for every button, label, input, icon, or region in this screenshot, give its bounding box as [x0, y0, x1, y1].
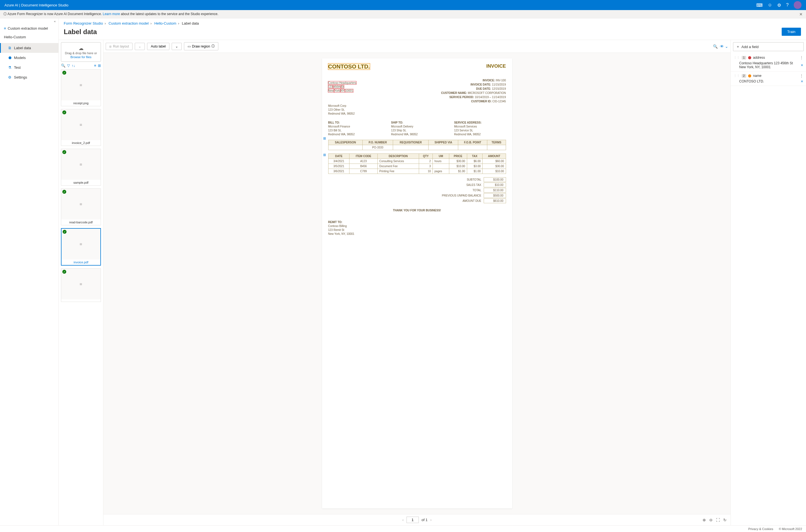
canvas-scroll[interactable]: INVOICE CONTOSO LTD. INVOICE: INV-100 IN…: [103, 53, 730, 514]
thumbnail-item[interactable]: ✓▤read-barcode.pdf: [61, 188, 101, 225]
train-button[interactable]: Train: [782, 28, 801, 36]
thumbnail-item[interactable]: ✓▤sample.pdf: [61, 149, 101, 186]
delete-icon[interactable]: ✕: [801, 80, 803, 83]
grid-view-icon[interactable]: ⊞: [98, 63, 101, 68]
thumbnail-item[interactable]: ✓▤receipt.png: [61, 69, 101, 106]
zoom-in-icon[interactable]: ⊕: [703, 518, 706, 522]
canvas-search-icon[interactable]: 🔍: [713, 44, 718, 49]
doc-company-name[interactable]: CONTOSO LTD.: [328, 63, 370, 70]
sidebar-collapse-icon[interactable]: «: [0, 18, 58, 24]
sidebar-model-type: ≡ Custom extraction model: [0, 24, 58, 33]
file-tools: 🔍 ▽ ↑↓ ≡ ⊞: [61, 62, 101, 69]
sidebar: « ≡ Custom extraction model Hello-Custom…: [0, 18, 59, 525]
table-icon[interactable]: ⊞: [323, 153, 326, 157]
files-panel: ☁ Drag & drop file here or Browse for fi…: [59, 40, 103, 525]
field-item[interactable]: ⋮⋮ 2 name ⋮ CONTOSO LTD.✕: [731, 72, 806, 86]
more-icon[interactable]: ⋮: [800, 74, 803, 78]
drag-icon[interactable]: ⋮⋮: [734, 56, 740, 60]
search-icon[interactable]: 🔍: [61, 63, 65, 68]
info-icon: ⓘ: [3, 12, 7, 16]
field-index: 1: [742, 56, 746, 60]
browse-link[interactable]: Browse for files: [63, 55, 99, 59]
field-item[interactable]: ⋮⋮ 1 address ⋮ Contoso Headquarters 123 …: [731, 53, 806, 72]
settings-icon[interactable]: ⚙: [777, 2, 781, 8]
auto-label-dropdown[interactable]: ⌄: [172, 43, 182, 50]
upload-dropzone[interactable]: ☁ Drag & drop file here or Browse for fi…: [61, 42, 101, 62]
crumb-project[interactable]: Hello-Custom: [154, 21, 176, 25]
thumbnail-item[interactable]: ✓▤invoice_2.pdf: [61, 109, 101, 146]
keyboard-icon[interactable]: ⌨: [756, 2, 763, 8]
thumbnails-list: ✓▤receipt.png✓▤invoice_2.pdf✓▤sample.pdf…: [61, 69, 101, 523]
avatar[interactable]: [794, 1, 802, 9]
copyright: © Microsoft 2022: [779, 527, 802, 531]
list-view-icon[interactable]: ≡: [94, 63, 96, 68]
thumbnail-label: read-barcode.pdf: [61, 220, 101, 225]
rotate-icon[interactable]: ↻: [723, 518, 727, 522]
color-dot-icon: [748, 56, 751, 59]
app-title: Azure AI | Document Intelligence Studio: [4, 3, 69, 7]
document-page[interactable]: INVOICE CONTOSO LTD. INVOICE: INV-100 IN…: [322, 58, 512, 509]
sidebar-item-label-data[interactable]: 🗎 Label data: [0, 43, 58, 53]
check-icon: ✓: [62, 270, 66, 274]
page-next-icon[interactable]: ›: [430, 518, 431, 522]
doc-remit: REMIT TO:Contoso Billing123 Remit StNew …: [328, 220, 506, 236]
topbar-actions: ⌨ ☺ ⚙ ?: [756, 1, 802, 9]
run-layout-button[interactable]: ⧈ Run layout: [106, 43, 133, 50]
sort-icon[interactable]: ↑↓: [72, 63, 75, 68]
info-icon: ⓘ: [211, 44, 215, 49]
cube-icon: ⬢: [8, 56, 12, 60]
fit-icon[interactable]: ⛶: [716, 518, 720, 522]
canvas-area: ⧈ Run layout ⌄ Auto label ⌄ ▭ Draw regio…: [103, 40, 730, 525]
crumb-model[interactable]: Custom extraction model: [109, 21, 149, 25]
zoom-out-icon[interactable]: ⊖: [709, 518, 713, 522]
visibility-icon[interactable]: 👁 ⌄: [720, 44, 728, 49]
delete-icon[interactable]: ✕: [801, 63, 803, 67]
learn-more-link[interactable]: Learn more: [103, 12, 120, 16]
doc-address-columns: BILL TO:Microsoft Finance123 Bill St,Red…: [328, 121, 506, 136]
sidebar-item-settings[interactable]: ⚙ Settings: [0, 72, 58, 82]
more-icon[interactable]: ⋮: [800, 56, 803, 60]
field-value: CONTOSO LTD.: [739, 79, 764, 83]
check-icon: ✓: [63, 230, 66, 234]
canvas-toolbar: ⧈ Run layout ⌄ Auto label ⌄ ▭ Draw regio…: [103, 40, 730, 53]
thumbnail-label: invoice.pdf: [61, 260, 100, 265]
sidebar-item-models[interactable]: ⬢ Models: [0, 53, 58, 63]
help-icon[interactable]: ?: [786, 2, 789, 7]
filter-icon[interactable]: ▽: [67, 63, 70, 68]
doc-from: Microsoft Corp123 Other St,Redmond WA, 9…: [328, 104, 506, 116]
draw-region-button[interactable]: ▭ Draw region ⓘ: [184, 42, 218, 50]
run-layout-dropdown[interactable]: ⌄: [135, 43, 145, 50]
feedback-icon[interactable]: ☺: [768, 2, 772, 7]
thumbnail-item[interactable]: ✓▤invoice.pdf: [61, 228, 101, 266]
check-icon: ✓: [62, 150, 66, 154]
flask-icon: ⚗: [8, 65, 12, 70]
sidebar-item-test[interactable]: ⚗ Test: [0, 63, 58, 72]
thumbnail-label: invoice_2.pdf: [61, 140, 101, 146]
doc-invoice-heading: INVOICE: [486, 63, 506, 69]
add-field-button[interactable]: ＋ Add a field: [733, 42, 804, 51]
page-input[interactable]: [406, 517, 419, 523]
auto-label-button[interactable]: Auto label: [147, 43, 169, 50]
thumbnail-label: [61, 299, 101, 302]
check-icon: ✓: [62, 110, 66, 114]
field-index: 2: [742, 74, 746, 78]
upload-icon: ☁: [63, 45, 99, 52]
crumb-studio[interactable]: Form Recognizer Studio: [64, 21, 103, 25]
color-dot-icon: [748, 74, 751, 77]
scan-icon: ⧈: [109, 44, 112, 49]
sidebar-project-name: Hello-Custom: [0, 33, 58, 41]
thumbnail-label: receipt.png: [61, 100, 101, 106]
topbar: Azure AI | Document Intelligence Studio …: [0, 0, 806, 10]
main: Form Recognizer Studio› Custom extractio…: [59, 18, 806, 525]
page-prev-icon[interactable]: ‹: [402, 518, 403, 522]
table-icon[interactable]: ⊞: [323, 136, 326, 140]
privacy-link[interactable]: Privacy & Cookies: [748, 527, 773, 531]
doc-table-items: DATEITEM CODEDESCRIPTIONQTYUMPRICETAXAMO…: [328, 153, 506, 174]
doc-thanks: THANK YOU FOR YOUR BUSINESS!: [328, 209, 506, 212]
layers-icon: ≡: [4, 26, 6, 31]
banner-close-icon[interactable]: ✕: [799, 12, 803, 17]
banner-text: ⓘ Azure Form Recognizer is now Azure AI …: [3, 12, 218, 17]
field-name: name: [753, 74, 762, 78]
drag-icon[interactable]: ⋮⋮: [734, 74, 740, 78]
thumbnail-item[interactable]: ✓▤: [61, 268, 101, 302]
